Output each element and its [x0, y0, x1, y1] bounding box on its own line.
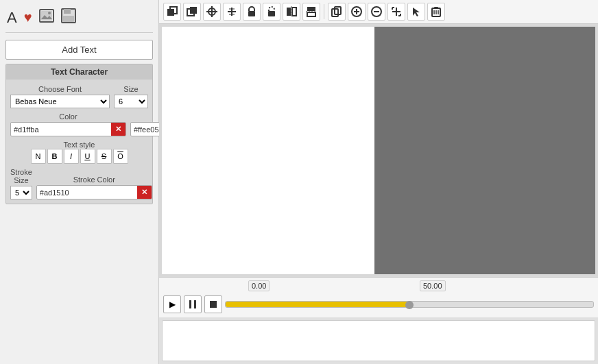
- svg-rect-47: [210, 301, 217, 308]
- svg-rect-19: [268, 11, 275, 16]
- style-overline-button[interactable]: O: [113, 149, 128, 164]
- toolbar-separator: [324, 4, 324, 19]
- svg-rect-18: [248, 11, 255, 16]
- size-select[interactable]: 6: [114, 95, 148, 108]
- panel-title: Text Character: [6, 64, 152, 80]
- stroke-size-label: Stroke Size: [10, 168, 32, 184]
- send-backward-button[interactable]: [183, 3, 201, 21]
- stop-button[interactable]: [204, 295, 222, 313]
- size-label: Size: [114, 85, 148, 93]
- canvas-wrapper: [159, 24, 598, 277]
- timeline-area: 0.00 50.00 ▶: [159, 277, 598, 317]
- color-bg-row: Color #d1ffba ✕ Background ✕: [10, 112, 148, 136]
- timeline-controls: ▶: [159, 293, 598, 317]
- stroke-row: Stroke Size 5 Stroke Color ✕: [10, 168, 148, 199]
- stroke-color-col: Stroke Color ✕: [36, 175, 152, 199]
- color-col: Color #d1ffba ✕: [10, 112, 126, 136]
- style-normal-button[interactable]: N: [31, 149, 46, 164]
- svg-rect-21: [292, 8, 296, 16]
- add-text-button[interactable]: Add Text: [5, 40, 153, 60]
- style-strikethrough-button[interactable]: S: [97, 149, 112, 164]
- delete-button[interactable]: [427, 3, 445, 21]
- main-area: 0.00 50.00 ▶: [159, 0, 598, 364]
- svg-marker-39: [413, 8, 420, 16]
- heart-icon[interactable]: ♥: [24, 10, 32, 25]
- progress-track[interactable]: [225, 301, 594, 308]
- svg-rect-5: [64, 9, 71, 14]
- svg-rect-23: [307, 7, 315, 11]
- sidebar-icon-bar: A ♥: [5, 5, 153, 33]
- add-circle-button[interactable]: [348, 3, 366, 21]
- bring-forward-button[interactable]: [163, 3, 181, 21]
- text-style-label: Text style: [10, 141, 148, 149]
- resize-button[interactable]: [387, 3, 405, 21]
- svg-rect-20: [287, 8, 291, 16]
- canvas-container: [162, 27, 595, 274]
- size-col: Size 6: [114, 85, 148, 108]
- flip-v-button[interactable]: [302, 3, 320, 21]
- font-col: Choose Font Bebas Neue: [10, 85, 110, 108]
- text-style-section: Text style N B I U S O: [10, 141, 148, 164]
- svg-rect-45: [189, 300, 191, 308]
- svg-rect-44: [434, 7, 438, 9]
- play-button[interactable]: ▶: [163, 295, 181, 313]
- bottom-text-area[interactable]: [162, 320, 595, 361]
- lock-button[interactable]: [243, 3, 261, 21]
- center-v-button[interactable]: [223, 3, 241, 21]
- stroke-color-field: ✕: [36, 185, 152, 199]
- pause-button[interactable]: [184, 295, 202, 313]
- stroke-size-col: Stroke Size 5: [10, 168, 32, 199]
- stroke-color-label: Stroke Color: [36, 175, 152, 184]
- canvas-white-area[interactable]: [162, 27, 374, 274]
- timeline-markers: 0.00 50.00: [159, 278, 598, 293]
- cursor-button[interactable]: [407, 3, 425, 21]
- stroke-color-input[interactable]: [37, 186, 137, 199]
- svg-rect-46: [194, 300, 196, 308]
- flip-h-button[interactable]: [283, 3, 300, 21]
- sidebar: A ♥ Add Text Text Character Choose Font: [0, 0, 159, 364]
- color-field: #d1ffba ✕: [10, 122, 126, 136]
- style-italic-button[interactable]: I: [64, 149, 79, 164]
- choose-font-label: Choose Font: [10, 85, 110, 93]
- text-style-buttons: N B I U S O: [10, 149, 148, 164]
- style-underline-button[interactable]: U: [80, 149, 95, 164]
- font-size-row: Choose Font Bebas Neue Size 6: [10, 85, 148, 108]
- unlock-button[interactable]: [263, 3, 280, 21]
- remove-circle-button[interactable]: [368, 3, 385, 21]
- text-character-panel: Text Character Choose Font Bebas Neue Si…: [5, 64, 153, 204]
- color-clear-button[interactable]: ✕: [111, 123, 125, 136]
- svg-point-3: [48, 12, 51, 14]
- progress-handle[interactable]: [405, 301, 414, 309]
- svg-rect-24: [307, 12, 315, 16]
- progress-fill: [226, 302, 409, 307]
- canvas-gray-area[interactable]: [374, 27, 595, 274]
- duplicate-button[interactable]: [328, 3, 346, 21]
- style-bold-button[interactable]: B: [47, 149, 62, 164]
- svg-rect-6: [63, 16, 74, 22]
- top-toolbar: [159, 0, 598, 24]
- timeline-marker-end: 50.00: [420, 280, 446, 291]
- color-label: Color: [10, 112, 126, 121]
- save-icon[interactable]: [61, 8, 76, 27]
- font-icon[interactable]: A: [7, 9, 17, 27]
- stroke-color-clear-button[interactable]: ✕: [137, 186, 152, 199]
- timeline-marker-start: 0.00: [248, 280, 270, 291]
- image-icon[interactable]: [39, 9, 54, 26]
- stroke-size-select[interactable]: 5: [10, 186, 32, 199]
- font-select[interactable]: Bebas Neue: [10, 95, 110, 108]
- color-input[interactable]: #d1ffba: [11, 123, 111, 136]
- center-h-button[interactable]: [203, 3, 221, 21]
